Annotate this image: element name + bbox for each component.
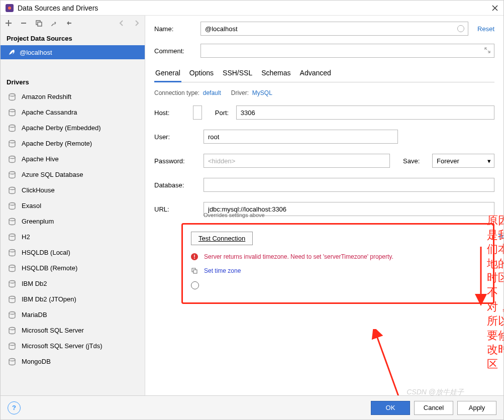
conn-type-link[interactable]: default [203, 89, 221, 96]
svg-point-6 [9, 125, 15, 127]
copy-icon[interactable] [35, 19, 43, 27]
driver-item[interactable]: H2 [1, 229, 145, 245]
back-icon[interactable] [118, 19, 126, 27]
error-icon: ! [191, 253, 198, 260]
driver-item[interactable]: Microsoft SQL Server (jTds) [1, 338, 145, 354]
driver-icon [8, 186, 17, 195]
tab-general[interactable]: General [154, 66, 181, 82]
driver-item[interactable]: MongoDB [1, 354, 145, 369]
test-area: Test Connection Troubleshooting ! Server… [181, 223, 494, 304]
driver-link[interactable]: MySQL [252, 89, 272, 96]
svg-point-5 [9, 109, 15, 112]
app-icon [6, 4, 14, 12]
driver-label: ClickHouse [22, 186, 55, 194]
user-input[interactable] [204, 130, 398, 144]
driver-item[interactable]: Apache Derby (Embedded) [1, 120, 145, 136]
driver-label: Apache Derby (Remote) [22, 140, 92, 147]
tab-options[interactable]: Options [188, 66, 215, 82]
datasource-name: @localhost [20, 49, 52, 56]
host-label: Host: [154, 109, 187, 117]
comment-input[interactable] [200, 44, 494, 58]
svg-rect-3 [38, 22, 42, 26]
tab-sshssl[interactable]: SSH/SSL [222, 66, 253, 82]
driver-item[interactable]: Apache Cassandra [1, 104, 145, 120]
close-icon[interactable] [491, 5, 498, 12]
driver-item[interactable]: Microsoft SQL Server [1, 323, 145, 338]
driver-item[interactable]: MariaDB [1, 307, 145, 323]
comment-label: Comment: [154, 47, 200, 55]
driver-label: Microsoft SQL Server [22, 327, 84, 334]
user-label: User: [154, 133, 197, 141]
driver-item[interactable]: Exasol [1, 198, 145, 214]
driver-item[interactable]: IBM Db2 [1, 276, 145, 291]
revert-icon[interactable] [65, 19, 73, 27]
driver-label: HSQLDB (Local) [22, 249, 70, 256]
password-label: Password: [154, 157, 197, 165]
driver-label: H2 [22, 233, 30, 241]
wrench-icon[interactable] [50, 19, 58, 27]
expand-icon[interactable] [484, 47, 491, 54]
svg-point-13 [9, 234, 15, 236]
name-label: Name: [154, 25, 200, 33]
titlebar: Data Sources and Drivers [1, 1, 503, 16]
svg-point-15 [9, 265, 15, 267]
test-connection-button[interactable]: Test Connection [191, 232, 253, 245]
driver-icon [8, 264, 17, 273]
forward-icon[interactable] [133, 19, 141, 27]
driver-item[interactable]: Azure SQL Database [1, 167, 145, 182]
save-label: Save: [403, 157, 426, 165]
driver-label: Apache Derby (Embedded) [22, 124, 101, 132]
set-timezone-link[interactable]: Set time zone [204, 267, 241, 274]
driver-item[interactable]: IBM Db2 (JTOpen) [1, 291, 145, 307]
driver-item[interactable]: HSQLDB (Local) [1, 245, 145, 260]
port-input[interactable] [236, 106, 494, 120]
driver-icon [8, 92, 17, 101]
driver-list: Amazon RedshiftApache CassandraApache De… [1, 89, 145, 395]
driver-icon [8, 357, 17, 366]
driver-label: Apache Hive [22, 155, 59, 163]
tab-schemas[interactable]: Schemas [260, 66, 291, 82]
tab-advanced[interactable]: Advanced [299, 66, 332, 82]
driver-icon [8, 201, 17, 211]
svg-point-21 [9, 358, 15, 361]
globe-icon[interactable] [191, 281, 199, 289]
apply-button[interactable]: Apply [457, 401, 496, 415]
database-input[interactable] [204, 178, 494, 192]
url-note: Overrides settings above [204, 212, 494, 218]
error-text: Server returns invalid timezone. Need to… [204, 253, 393, 260]
driver-item[interactable]: Apache Hive [1, 151, 145, 167]
color-indicator-icon[interactable] [457, 25, 464, 32]
svg-point-10 [9, 187, 15, 189]
reset-link[interactable]: Reset [477, 25, 494, 33]
save-select[interactable]: Forever ▾ [432, 154, 494, 168]
driver-icon [8, 170, 17, 179]
driver-label: MariaDB [22, 311, 47, 319]
name-input[interactable] [200, 22, 468, 36]
footer: ? OK Cancel Apply [1, 395, 503, 419]
cancel-button[interactable]: Cancel [414, 401, 453, 415]
driver-item[interactable]: Greenplum [1, 214, 145, 229]
datasource-item[interactable]: @localhost [1, 45, 145, 59]
copy-error-icon[interactable] [191, 267, 198, 274]
password-input[interactable] [204, 154, 390, 168]
database-label: Database: [154, 181, 197, 189]
driver-icon [8, 310, 17, 320]
driver-item[interactable]: Amazon Redshift [1, 89, 145, 104]
driver-item[interactable]: ClickHouse [1, 182, 145, 198]
driver-label: IBM Db2 [22, 280, 47, 287]
remove-icon[interactable] [20, 19, 28, 27]
host-input[interactable] [193, 106, 202, 120]
main-panel: Name: Reset Comment: General Option [145, 16, 503, 395]
ok-button[interactable]: OK [371, 401, 410, 415]
svg-point-14 [9, 249, 15, 252]
add-icon[interactable] [5, 19, 13, 27]
help-icon[interactable]: ? [8, 401, 21, 414]
svg-rect-23 [193, 270, 197, 273]
driver-label: HSQLDB (Remote) [22, 264, 77, 272]
troubleshooting-link[interactable]: Troubleshooting [494, 233, 503, 240]
driver-item[interactable]: Apache Derby (Remote) [1, 136, 145, 151]
driver-item[interactable]: HSQLDB (Remote) [1, 260, 145, 276]
url-label: URL: [154, 205, 197, 213]
svg-point-8 [9, 156, 15, 158]
svg-point-11 [9, 202, 15, 205]
